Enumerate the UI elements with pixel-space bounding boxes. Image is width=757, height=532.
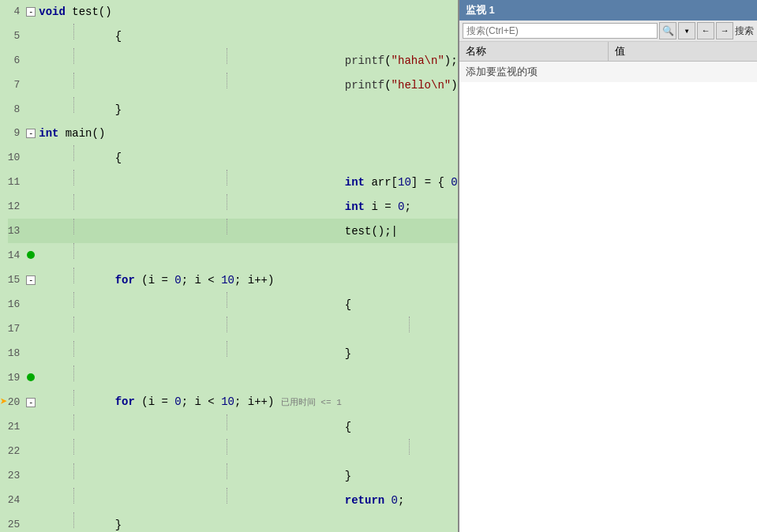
- collapse-button[interactable]: -: [26, 7, 36, 17]
- watch-nav-fwd[interactable]: →: [716, 22, 733, 39]
- indent-line: [73, 390, 74, 406]
- line-number: 4: [8, 0, 27, 24]
- watch-search-button[interactable]: 🔍: [659, 22, 676, 39]
- code-line-content: }: [342, 341, 458, 365]
- indent-col: [112, 219, 342, 243]
- arrow-col: [0, 488, 8, 512]
- arrow-col: [0, 268, 8, 292]
- indent-line: [73, 268, 74, 283]
- gutter: [26, 488, 36, 512]
- line-number: 19: [8, 365, 27, 390]
- indent-col: [36, 268, 111, 292]
- collapse-button[interactable]: -: [26, 129, 36, 138]
- indent-col: [36, 317, 111, 341]
- gutter: [26, 341, 36, 365]
- arrow-col: [0, 463, 8, 488]
- indent-col: [36, 488, 111, 512]
- line-number: 25: [8, 512, 27, 532]
- arrow-col: [0, 414, 8, 439]
- gutter: [26, 73, 36, 97]
- line-number: 16: [8, 292, 27, 317]
- gutter: -: [26, 268, 36, 292]
- indent-col: [112, 194, 342, 219]
- gutter: -: [26, 122, 36, 145]
- collapse-button[interactable]: -: [26, 398, 36, 407]
- code-line-content: {: [342, 414, 458, 439]
- arrow-col: ➤: [0, 390, 8, 414]
- indent-col: [112, 463, 342, 488]
- code-line-content: int main(): [36, 122, 111, 145]
- indent-col: [36, 48, 111, 73]
- indent-line: [227, 292, 227, 308]
- indent-line: [73, 488, 74, 504]
- watch-body: [459, 82, 757, 532]
- arrow-col: [0, 0, 8, 24]
- watch-search-dropdown[interactable]: ▾: [678, 22, 695, 39]
- indent-line: [227, 317, 227, 332]
- watch-title-bar: 监视 1: [459, 0, 757, 21]
- gutter: [26, 292, 36, 317]
- watch-search-input[interactable]: [463, 23, 658, 39]
- gutter: [26, 219, 36, 243]
- indent-line: [227, 170, 227, 185]
- indent-col: [36, 145, 111, 170]
- code-line-content: }: [112, 97, 342, 122]
- code-line-content: [112, 365, 342, 390]
- code-line-content: int i = 0;: [342, 194, 458, 219]
- indent-col: [112, 48, 342, 73]
- arrow-col: [0, 341, 8, 365]
- arrow-col: [0, 170, 8, 194]
- line-number: 7: [8, 73, 27, 97]
- gutter: [26, 194, 36, 219]
- line-number: 23: [8, 463, 27, 488]
- arrow-col: [0, 512, 8, 532]
- breakpoint-indicator: [27, 251, 35, 259]
- indent-col: [36, 439, 111, 463]
- gutter: [26, 170, 36, 194]
- gutter: -: [26, 0, 36, 24]
- indent-line: [73, 512, 74, 528]
- line-number: 9: [8, 122, 27, 145]
- watch-nav-back[interactable]: ←: [697, 22, 714, 39]
- arrow-indicator: ➤: [0, 395, 8, 410]
- watch-col-name-header: 名称: [459, 42, 609, 61]
- indent-line: [227, 219, 227, 234]
- gutter: [26, 439, 36, 463]
- indent-col: [112, 488, 342, 512]
- line-number: 21: [8, 414, 27, 439]
- indent-line: [227, 488, 227, 504]
- indent-col: [36, 341, 111, 365]
- line-number: 8: [8, 97, 27, 122]
- line-number: 6: [8, 48, 27, 73]
- arrow-col: [0, 73, 8, 97]
- code-line-content: [112, 243, 342, 268]
- indent-line: [227, 73, 227, 88]
- indent-line: [73, 414, 74, 430]
- indent-line: [227, 463, 227, 479]
- arrow-col: [0, 194, 8, 219]
- code-line-content: {: [112, 145, 342, 170]
- code-line-content: test();|: [342, 219, 458, 243]
- indent-col: [112, 414, 342, 439]
- arrow-col: [0, 219, 8, 243]
- code-line-content: for (i = 0; i < 10; i++) 已用时间 <= 1: [112, 390, 342, 414]
- collapse-button[interactable]: -: [26, 275, 36, 285]
- indent-col: [36, 170, 111, 194]
- indent-line: [73, 243, 74, 259]
- line-number: 18: [8, 341, 27, 365]
- line-number: 13: [8, 219, 27, 243]
- arrow-col: [0, 439, 8, 463]
- line-number: 22: [8, 439, 27, 463]
- indent-line: [73, 73, 74, 88]
- code-line-content: }: [342, 463, 458, 488]
- indent-line: [73, 439, 74, 455]
- gutter: [26, 512, 36, 532]
- indent-col: [36, 73, 111, 97]
- indent-line: [227, 194, 227, 210]
- watch-search-label: 搜索: [735, 24, 754, 38]
- indent-line: [73, 365, 74, 381]
- gutter: [26, 414, 36, 439]
- gutter: [26, 463, 36, 488]
- watch-add-item[interactable]: 添加要监视的项: [459, 62, 757, 82]
- indent-col: [36, 365, 111, 390]
